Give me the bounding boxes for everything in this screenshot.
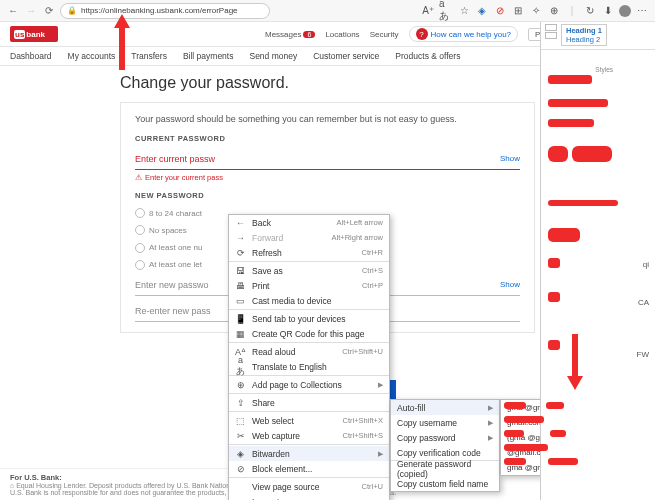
back-icon[interactable]: ← <box>6 4 20 18</box>
word-ribbon: Heading 1Heading 2 Styles <box>541 22 655 50</box>
ctx-bitwarden[interactable]: ◈Bitwarden▶ <box>229 446 389 461</box>
downloads-icon[interactable]: ⬇ <box>601 4 615 18</box>
ctx-send-tab-to-your-devices[interactable]: 📱Send tab to your devices <box>229 311 389 326</box>
ctx-refresh[interactable]: ⟳RefreshCtrl+R <box>229 245 389 260</box>
bw-generate-password-copied-[interactable]: Generate password (copied) <box>391 461 499 476</box>
ctx-translate-to-english[interactable]: aあTranslate to English <box>229 359 389 374</box>
ctx-share[interactable]: ⇪Share <box>229 395 389 410</box>
redaction <box>504 430 524 437</box>
show-link[interactable]: Show <box>500 153 520 166</box>
ctx-back[interactable]: ←BackAlt+Left arrow <box>229 215 389 230</box>
bitwarden-submenu[interactable]: Auto-fill▶Copy username▶Copy password▶Co… <box>390 399 500 492</box>
bw-copy-password[interactable]: Copy password▶ <box>391 430 499 445</box>
star-icon[interactable]: ☆ <box>457 4 471 18</box>
redaction <box>504 458 526 465</box>
check-icon <box>135 208 145 218</box>
page-title: Change your password. <box>120 74 535 92</box>
nav-dashboard[interactable]: Dashboard <box>10 51 52 61</box>
extension3-icon[interactable]: ⊞ <box>511 4 525 18</box>
ctx-item-icon: 📱 <box>235 314 246 324</box>
ctx-web-select[interactable]: ⬚Web selectCtrl+Shift+X <box>229 413 389 428</box>
nav-products[interactable]: Products & offers <box>395 51 460 61</box>
show-link[interactable]: Show <box>500 279 520 292</box>
warning-icon: ⚠ <box>135 173 142 184</box>
ctx-item-icon: ⊘ <box>235 464 246 474</box>
style-heading1[interactable]: Heading 1Heading 2 <box>561 24 607 46</box>
intro-text: Your password should be something you ca… <box>135 113 520 126</box>
redaction <box>504 416 544 423</box>
ctx-item-icon: ▦ <box>235 329 246 339</box>
ctx-item-icon: ⟳ <box>235 248 246 258</box>
bw-copy-custom-field-name[interactable]: Copy custom field name <box>391 476 499 491</box>
menu-icon[interactable]: ⋯ <box>635 4 649 18</box>
nav-bill[interactable]: Bill payments <box>183 51 234 61</box>
ctx-item-icon: aあ <box>235 355 246 378</box>
help-button[interactable]: ?How can we help you? <box>409 26 519 42</box>
ctx-save-as[interactable]: 🖫Save asCtrl+S <box>229 263 389 278</box>
browser-toolbar: ← → ⟳ 🔒 https://onlinebanking.usbank.com… <box>0 0 655 22</box>
ctx-item-icon: ◈ <box>235 449 246 459</box>
lock-icon: 🔒 <box>67 6 77 15</box>
reader-icon[interactable]: A⁺ <box>421 4 435 18</box>
refresh-icon[interactable]: ⟳ <box>42 4 56 18</box>
profile-avatar-icon[interactable] <box>619 5 631 17</box>
redaction <box>546 402 564 409</box>
ctx-read-aloud[interactable]: AᐞRead aloudCtrl+Shift+U <box>229 344 389 359</box>
nav-locations[interactable]: Locations <box>325 30 359 39</box>
current-password-input[interactable]: Enter current passw Show <box>135 150 520 170</box>
help-icon: ? <box>416 28 428 40</box>
extension2-icon[interactable]: ⊘ <box>493 4 507 18</box>
extension1-icon[interactable]: ◈ <box>475 4 489 18</box>
url-text: https://onlinebanking.usbank.com/errorPa… <box>81 6 238 15</box>
divider-icon: | <box>565 4 579 18</box>
redaction <box>550 430 566 437</box>
ctx-block-element-[interactable]: ⊘Block element... <box>229 461 389 476</box>
ctx-create-qr-code-for-this-page[interactable]: ▦Create QR Code for this page <box>229 326 389 341</box>
collections-icon[interactable]: ⊕ <box>547 4 561 18</box>
history-icon[interactable]: ↻ <box>583 4 597 18</box>
ctx-item-icon: 🖫 <box>235 266 246 276</box>
redaction <box>504 402 526 409</box>
nav-transfers[interactable]: Transfers <box>131 51 167 61</box>
ctx-cast-media-to-device[interactable]: ▭Cast media to device <box>229 293 389 308</box>
ctx-web-capture[interactable]: ✂Web captureCtrl+Shift+S <box>229 428 389 443</box>
annotation-arrow-down <box>565 330 585 390</box>
redaction <box>548 146 568 162</box>
redaction <box>548 119 594 127</box>
bw-auto-fill[interactable]: Auto-fill▶ <box>391 400 499 415</box>
redaction <box>548 228 580 242</box>
ctx-inspect[interactable]: Inspect <box>229 494 389 500</box>
nav-security[interactable]: Security <box>370 30 399 39</box>
ctx-forward[interactable]: →ForwardAlt+Right arrow <box>229 230 389 245</box>
redaction <box>548 340 560 350</box>
redaction <box>548 458 578 465</box>
address-bar[interactable]: 🔒 https://onlinebanking.usbank.com/error… <box>60 3 270 19</box>
ctx-add-page-to-collections[interactable]: ⊕Add page to Collections▶ <box>229 377 389 392</box>
new-password-label: NEW PASSWORD <box>135 191 520 202</box>
ctx-print[interactable]: 🖶PrintCtrl+P <box>229 278 389 293</box>
ctx-item-icon: ✂ <box>235 431 246 441</box>
nav-service[interactable]: Customer service <box>313 51 379 61</box>
favorites-icon[interactable]: ✧ <box>529 4 543 18</box>
nav-messages[interactable]: Messages6 <box>265 30 315 39</box>
translate-icon[interactable]: aあ <box>439 4 453 18</box>
messages-badge: 6 <box>303 31 315 38</box>
redaction <box>548 258 560 268</box>
check-icon <box>135 260 145 270</box>
ctx-view-page-source[interactable]: View page sourceCtrl+U <box>229 479 389 494</box>
ctx-item-icon: ⊕ <box>235 380 246 390</box>
ctx-item-icon: → <box>235 233 246 243</box>
bw-copy-username[interactable]: Copy username▶ <box>391 415 499 430</box>
ctx-item-icon: ⇪ <box>235 398 246 408</box>
check-icon <box>135 243 145 253</box>
current-password-error: ⚠Enter your current pass <box>135 173 520 184</box>
ctx-item-icon: ▭ <box>235 296 246 306</box>
redaction <box>548 200 618 206</box>
context-menu[interactable]: ←BackAlt+Left arrow→ForwardAlt+Right arr… <box>228 214 390 500</box>
nav-send[interactable]: Send money <box>249 51 297 61</box>
ctx-item-icon: 🖶 <box>235 281 246 291</box>
forward-icon[interactable]: → <box>24 4 38 18</box>
usbank-logo[interactable]: usbank <box>10 26 58 42</box>
nav-accounts[interactable]: My accounts <box>68 51 116 61</box>
redaction <box>572 146 612 162</box>
